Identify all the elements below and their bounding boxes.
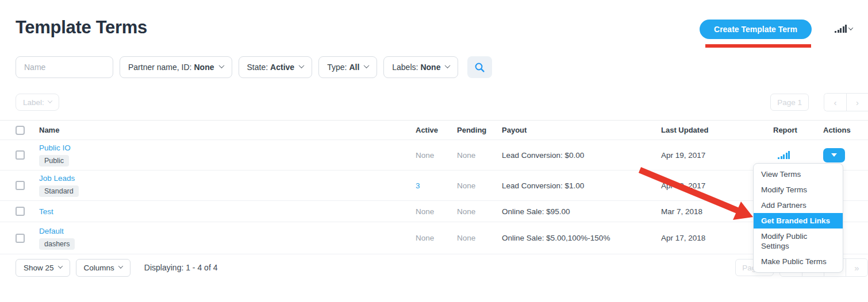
term-name-link[interactable]: Default bbox=[39, 227, 64, 235]
table-row: Test None None Online Sale: $95.00 Mar 7… bbox=[0, 201, 868, 222]
active-count: None bbox=[416, 234, 457, 242]
chevron-down-icon bbox=[445, 63, 451, 68]
term-name-link[interactable]: Public IO bbox=[39, 144, 71, 152]
template-terms-page: Template Terms Create Template Term Part… bbox=[0, 0, 868, 302]
caret-down-icon bbox=[831, 153, 837, 157]
table-row: Default dashers None None Online Sale: $… bbox=[0, 222, 868, 254]
chevron-down-icon bbox=[118, 264, 123, 268]
term-badge: Standard bbox=[39, 185, 79, 197]
col-header-pending: Pending bbox=[457, 126, 502, 134]
label-pagination-row: Label: Page 1 ‹ › bbox=[16, 93, 868, 111]
payout-value: Online Sale: $95.00 bbox=[502, 207, 661, 216]
menu-item-make-public-terms[interactable]: Make Public Terms bbox=[754, 254, 843, 269]
columns-label: Columns bbox=[84, 264, 114, 272]
table-row: Job Leads Standard 3 None Lead Conversio… bbox=[0, 171, 868, 201]
state-filter-label: State: bbox=[247, 63, 268, 72]
row-checkbox[interactable] bbox=[16, 207, 25, 216]
chevron-down-icon bbox=[848, 25, 853, 30]
term-badge: dashers bbox=[39, 238, 75, 250]
page-header: Template Terms Create Template Term bbox=[0, 0, 868, 39]
table-row: Public IO Public None None Lead Conversi… bbox=[0, 140, 868, 171]
show-per-page-dropdown[interactable]: Show 25 bbox=[16, 259, 70, 277]
template-terms-table: Name Active Pending Payout Last Updated … bbox=[0, 120, 868, 254]
type-filter-value: All bbox=[349, 63, 359, 72]
pending-count: None bbox=[457, 181, 502, 190]
page-title: Template Terms bbox=[16, 17, 147, 38]
create-template-term-button[interactable]: Create Template Term bbox=[700, 20, 812, 39]
show-per-page-label: Show 25 bbox=[24, 264, 54, 272]
chevron-down-icon bbox=[299, 63, 305, 68]
partner-filter-value: None bbox=[194, 63, 214, 72]
labels-filter-label: Labels: bbox=[392, 63, 418, 72]
header-actions: Create Template Term bbox=[700, 20, 852, 39]
report-bar-chart-icon[interactable] bbox=[778, 151, 790, 159]
displaying-count: Displaying: 1 - 4 of 4 bbox=[144, 263, 218, 272]
labels-filter-dropdown[interactable]: Labels: None bbox=[383, 56, 458, 78]
row-checkbox[interactable] bbox=[16, 234, 25, 243]
actions-menu: View Terms Modify Terms Add Partners Get… bbox=[753, 163, 843, 273]
pending-count: None bbox=[457, 151, 502, 160]
chevron-down-icon bbox=[218, 63, 224, 68]
payout-value: Lead Conversion: $0.00 bbox=[502, 151, 661, 160]
active-count: None bbox=[416, 207, 457, 216]
menu-item-modify-public-settings[interactable]: Modify Public Settings bbox=[754, 229, 843, 254]
pending-count: None bbox=[457, 207, 502, 216]
bar-chart-icon bbox=[835, 25, 847, 33]
columns-dropdown[interactable]: Columns bbox=[76, 259, 130, 277]
col-header-report: Report bbox=[773, 126, 823, 134]
term-name-link[interactable]: Test bbox=[39, 207, 53, 216]
table-header-row: Name Active Pending Payout Last Updated … bbox=[0, 120, 868, 140]
next-page-button[interactable]: › bbox=[846, 94, 868, 111]
term-name-link[interactable]: Job Leads bbox=[39, 174, 75, 183]
state-filter-value: Active bbox=[270, 63, 294, 72]
chevron-down-icon bbox=[364, 63, 370, 68]
col-header-name: Name bbox=[39, 126, 416, 134]
type-filter-label: Type: bbox=[327, 63, 347, 72]
name-filter-input[interactable] bbox=[16, 56, 113, 78]
page-indicator: Page 1 bbox=[770, 94, 809, 111]
active-count-link[interactable]: 3 bbox=[416, 181, 420, 190]
label-filter-text: Label: bbox=[23, 98, 44, 107]
partner-filter-label: Partner name, ID: bbox=[128, 63, 192, 72]
chevron-down-icon bbox=[48, 98, 52, 103]
payout-value: Lead Conversion: $1.00 bbox=[502, 181, 661, 190]
chevron-down-icon bbox=[57, 264, 62, 268]
col-header-actions: Actions bbox=[823, 126, 868, 134]
search-button[interactable] bbox=[467, 56, 492, 78]
actions-dropdown-button[interactable] bbox=[823, 148, 845, 162]
row-checkbox[interactable] bbox=[16, 150, 25, 160]
row-checkbox[interactable] bbox=[16, 181, 25, 190]
state-filter-dropdown[interactable]: State: Active bbox=[239, 56, 313, 78]
menu-item-modify-terms[interactable]: Modify Terms bbox=[754, 182, 843, 198]
pending-count: None bbox=[457, 234, 502, 242]
table-footer: Show 25 Columns Displaying: 1 - 4 of 4 P… bbox=[16, 258, 868, 277]
filter-bar: Partner name, ID: None State: Active Typ… bbox=[16, 56, 852, 78]
payout-value: Online Sale: $5.00,100%-150% bbox=[502, 234, 661, 242]
search-icon bbox=[474, 62, 485, 73]
top-pager-buttons: ‹ › bbox=[824, 93, 868, 111]
annotation-underline bbox=[705, 44, 811, 48]
label-filter-dropdown[interactable]: Label: bbox=[16, 94, 59, 111]
top-pagination: Page 1 ‹ › bbox=[770, 93, 868, 111]
type-filter-dropdown[interactable]: Type: All bbox=[318, 56, 377, 78]
menu-item-add-partners[interactable]: Add Partners bbox=[754, 198, 843, 213]
last-page-button[interactable]: » bbox=[846, 259, 867, 276]
prev-page-button[interactable]: ‹ bbox=[824, 94, 846, 111]
labels-filter-value: None bbox=[420, 63, 440, 72]
term-badge: Public bbox=[39, 155, 69, 167]
menu-item-get-branded-links[interactable]: Get Branded Links bbox=[754, 213, 843, 229]
col-header-active: Active bbox=[416, 126, 457, 134]
col-header-payout: Payout bbox=[502, 126, 661, 134]
last-updated-value: Apr 19, 2017 bbox=[661, 151, 773, 160]
create-button-wrap: Create Template Term bbox=[700, 20, 812, 39]
menu-item-view-terms[interactable]: View Terms bbox=[754, 167, 843, 182]
partner-filter-dropdown[interactable]: Partner name, ID: None bbox=[120, 56, 232, 78]
select-all-checkbox[interactable] bbox=[16, 126, 25, 135]
col-header-last-updated: Last Updated bbox=[661, 126, 773, 134]
analytics-dropdown[interactable] bbox=[835, 25, 852, 34]
active-count: None bbox=[416, 151, 457, 160]
